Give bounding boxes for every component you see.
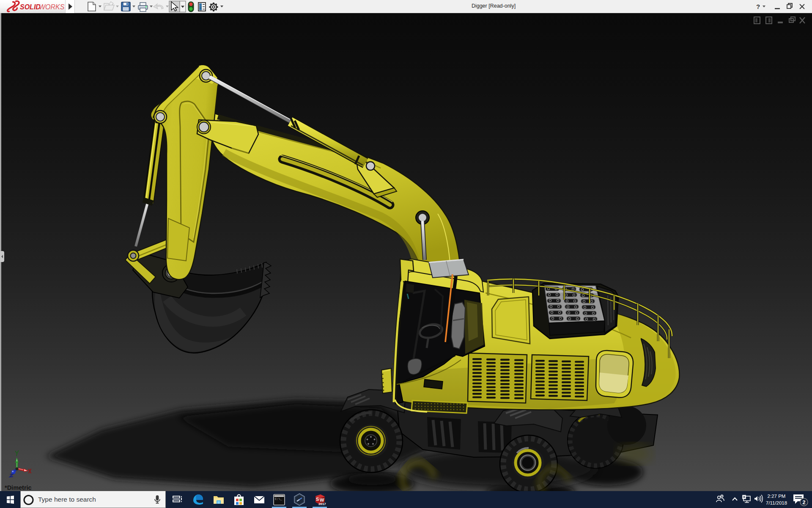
svg-text:2: 2 <box>803 500 806 505</box>
svg-text:?: ? <box>756 3 760 10</box>
svg-text:2017: 2017 <box>318 502 326 506</box>
svg-text:SOLID: SOLID <box>20 3 41 11</box>
svg-text:C:\_: C:\_ <box>275 497 283 501</box>
svg-text:S: S <box>316 497 319 502</box>
svg-text:WORKS: WORKS <box>39 3 65 11</box>
